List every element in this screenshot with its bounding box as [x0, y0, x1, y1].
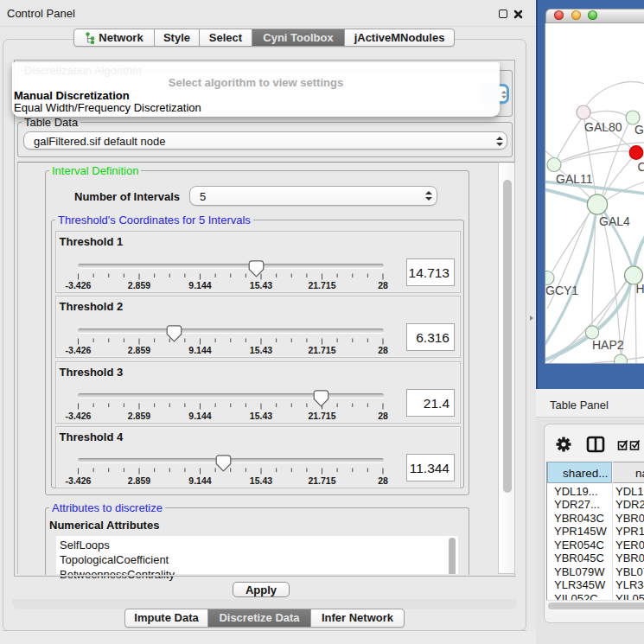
svg-text:GAL80: GAL80	[584, 120, 622, 134]
svg-text:GAL4: GAL4	[599, 214, 630, 228]
svg-text:CR: CR	[638, 160, 644, 174]
svg-text:HAP2: HAP2	[592, 338, 624, 352]
svg-text:H: H	[636, 282, 644, 296]
svg-text:GAL11: GAL11	[556, 172, 593, 186]
svg-text:GCY1: GCY1	[545, 284, 578, 297]
svg-text:GA: GA	[634, 123, 644, 137]
